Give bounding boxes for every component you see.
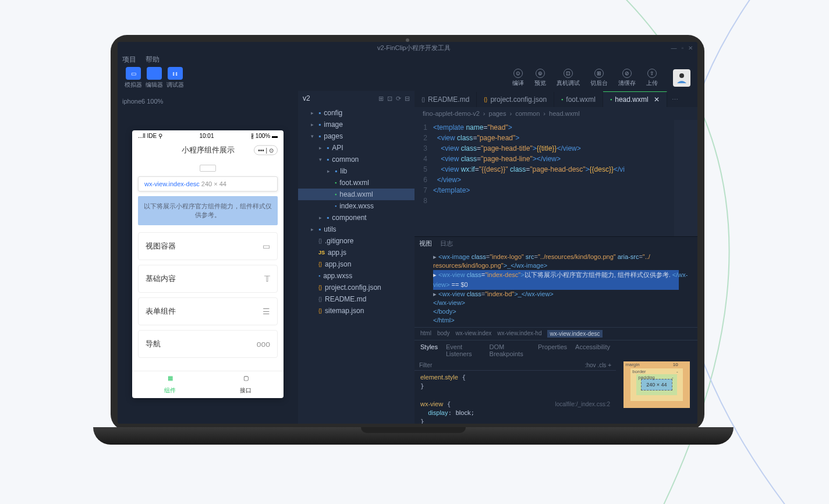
toolbar-action[interactable]: ⊚预览 bbox=[534, 69, 546, 87]
devtools-tab-view[interactable]: 视图 bbox=[419, 239, 432, 248]
tree-item[interactable]: {}app.json bbox=[298, 258, 414, 270]
box-model: margin10 border- padding- 240 × 44 bbox=[616, 340, 697, 424]
tree-item[interactable]: {}README.md bbox=[298, 293, 414, 305]
ide-window: v2-FinClip小程序开发工具 — ▫ ✕ 项目 帮助 ▭模拟器编辑器⫾⫾调… bbox=[118, 42, 697, 424]
mode-button[interactable] bbox=[147, 67, 162, 80]
styles-tab[interactable]: DOM Breakpoints bbox=[490, 343, 530, 357]
phone-tab[interactable]: ▦组件 bbox=[132, 375, 208, 395]
dom-breadcrumb: htmlbodywx-view.indexwx-view.index-hdwx-… bbox=[414, 327, 697, 340]
tree-item[interactable]: {}sitemap.json bbox=[298, 305, 414, 317]
dom-tree[interactable]: ▸ <wx-image class="index-logo" src="../r… bbox=[414, 250, 697, 327]
mode-button[interactable]: ⫾⫾ bbox=[168, 67, 183, 80]
simulator-device-label: iphone6 100% bbox=[122, 95, 293, 107]
tree-item[interactable]: ▾▪common bbox=[298, 154, 414, 165]
tree-item[interactable]: ▪index.wxss bbox=[298, 200, 414, 212]
collapse-icon[interactable]: ⊟ bbox=[405, 95, 410, 102]
new-folder-icon[interactable]: ⊡ bbox=[387, 95, 392, 102]
menu-project[interactable]: 项目 bbox=[122, 55, 136, 65]
inspector-tooltip: wx-view.index-desc 240 × 44 bbox=[138, 176, 278, 191]
tree-item[interactable]: ▪app.wxss bbox=[298, 270, 414, 282]
svg-point-0 bbox=[679, 73, 684, 78]
titlebar: v2-FinClip小程序开发工具 — ▫ ✕ bbox=[118, 42, 697, 54]
styles-tab[interactable]: Event Listeners bbox=[446, 343, 481, 357]
editor-tab[interactable]: ▪foot.wxml bbox=[554, 92, 603, 107]
tree-item[interactable]: {}.gitignore bbox=[298, 235, 414, 247]
styles-tab[interactable]: Accessibility bbox=[575, 343, 610, 357]
logo-placeholder bbox=[200, 165, 216, 172]
project-root[interactable]: v2 bbox=[303, 94, 310, 102]
tree-item[interactable]: ▪head.wxml bbox=[298, 189, 414, 200]
tree-item[interactable]: ▪foot.wxml bbox=[298, 177, 414, 189]
tab-close-icon[interactable]: ✕ bbox=[654, 95, 660, 104]
code-editor[interactable]: 12345678 <template name="head"> <view cl… bbox=[414, 120, 697, 236]
phone-simulator: ...ll IDE ⚲ 10:01 ∦ 100% ▬ 小程序组件展示 ••• |… bbox=[132, 130, 284, 398]
toolbar-action[interactable]: ⇧上传 bbox=[646, 69, 658, 87]
styles-toggles[interactable]: :hov .cls + bbox=[585, 362, 611, 368]
tree-item[interactable]: ▸▪image bbox=[298, 119, 414, 130]
styles-filter[interactable]: Filter bbox=[419, 362, 432, 368]
mode-button[interactable]: ▭ bbox=[126, 67, 141, 80]
toolbar-action[interactable]: ⊞切后台 bbox=[590, 69, 608, 87]
list-item[interactable]: 基础内容𝕋 bbox=[138, 265, 278, 293]
toolbar-action[interactable]: ⊡真机调试 bbox=[557, 69, 580, 87]
editor-tab[interactable]: ▪head.wxml✕ bbox=[603, 91, 667, 107]
simulator-pane: iphone6 100% ...ll IDE ⚲ 10:01 ∦ 100% ▬ … bbox=[118, 91, 298, 424]
devtools: 视图 日志 ▸ <wx-image class="index-logo" src… bbox=[414, 236, 697, 424]
tree-item[interactable]: ▸▪config bbox=[298, 107, 414, 119]
status-signal: ...ll IDE ⚲ bbox=[138, 133, 162, 139]
styles-tab[interactable]: Properties bbox=[538, 343, 567, 357]
tree-item[interactable]: {}project.config.json bbox=[298, 282, 414, 293]
css-rule[interactable]: element.style {} bbox=[414, 371, 616, 393]
minimize-icon[interactable]: — bbox=[671, 45, 676, 51]
phone-tab[interactable]: ▢接口 bbox=[208, 375, 284, 395]
close-icon[interactable]: ✕ bbox=[688, 45, 693, 51]
toolbar-action[interactable]: ⊙编译 bbox=[512, 69, 524, 87]
new-file-icon[interactable]: ⊞ bbox=[378, 95, 384, 102]
editor-tab[interactable]: {}project.config.json bbox=[477, 92, 554, 107]
refresh-icon[interactable]: ⟳ bbox=[396, 95, 401, 102]
avatar[interactable] bbox=[673, 69, 690, 87]
menu-help[interactable]: 帮助 bbox=[146, 55, 160, 65]
toolbar-action[interactable]: ⊘清缓存 bbox=[618, 69, 636, 87]
tree-item[interactable]: ▸▪component bbox=[298, 212, 414, 223]
list-item[interactable]: 视图容器▭ bbox=[138, 232, 278, 260]
highlighted-element[interactable]: 以下将展示小程序官方组件能力，组件样式仅供参考。 bbox=[138, 196, 278, 225]
app-title: 小程序组件展示 ••• | ⊙ bbox=[132, 141, 284, 159]
editor-tab[interactable]: {}README.md bbox=[414, 92, 477, 107]
tree-item[interactable]: ▸▪API bbox=[298, 142, 414, 154]
toolbar: ▭模拟器编辑器⫾⫾调试器 ⊙编译⊚预览⊡真机调试⊞切后台⊘清缓存⇧上传 bbox=[118, 65, 697, 91]
list-item[interactable]: 导航ooo bbox=[138, 330, 278, 358]
editor-pane: {}README.md{}project.config.json▪foot.wx… bbox=[414, 91, 697, 424]
tree-item[interactable]: JSapp.js bbox=[298, 247, 414, 258]
styles-tab[interactable]: Styles bbox=[420, 343, 438, 357]
list-item[interactable]: 表单组件☰ bbox=[138, 297, 278, 325]
breadcrumb: fino-applet-demo-v2 › pages › common › h… bbox=[414, 107, 697, 120]
window-controls: — ▫ ✕ bbox=[671, 45, 693, 51]
menubar: 项目 帮助 bbox=[118, 54, 697, 65]
capsule-menu[interactable]: ••• | ⊙ bbox=[254, 145, 278, 155]
css-rule[interactable]: </span><span class="css-sel">.index-desc… bbox=[414, 393, 616, 397]
devtools-tab-log[interactable]: 日志 bbox=[440, 239, 453, 248]
maximize-icon[interactable]: ▫ bbox=[681, 45, 683, 51]
tree-item[interactable]: ▾▪pages bbox=[298, 130, 414, 142]
status-battery: ∦ 100% ▬ bbox=[251, 133, 278, 139]
status-time: 10:01 bbox=[199, 133, 214, 139]
file-explorer: v2 ⊞ ⊡ ⟳ ⊟ ▸▪config▸▪image▾▪pages▸▪API▾▪… bbox=[298, 91, 414, 424]
tree-item[interactable]: ▸▪lib bbox=[298, 165, 414, 177]
window-title: v2-FinClip小程序开发工具 bbox=[157, 44, 671, 52]
tree-item[interactable]: ▸▪utils bbox=[298, 223, 414, 235]
tab-more-icon[interactable]: ⋯ bbox=[667, 93, 683, 107]
css-rule[interactable]: localfile:/_index.css:2wx-view { display… bbox=[414, 397, 616, 424]
laptop-frame: v2-FinClip小程序开发工具 — ▫ ✕ 项目 帮助 ▭模拟器编辑器⫾⫾调… bbox=[93, 35, 722, 454]
minimap[interactable] bbox=[674, 120, 697, 236]
